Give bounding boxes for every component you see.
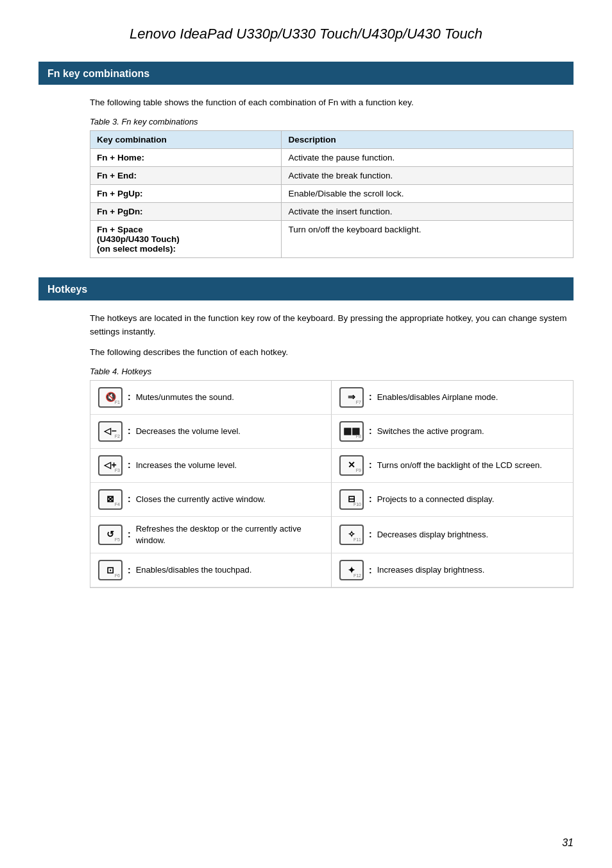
fn-key-cell: Fn + Space(U430p/U430 Touch)(on select m…: [90, 221, 282, 258]
fn-desc-cell: Turn on/off the keyboard backlight.: [282, 221, 574, 258]
key-icon-f11: ✧F11: [339, 525, 364, 545]
hotkeys-section-content: The hotkeys are located in the function …: [90, 312, 574, 588]
hotkey-desc-right-1: Enables/disables Airplane mode.: [377, 392, 565, 403]
hotkeys-intro2: The following describes the function of …: [90, 346, 574, 359]
key-icon-f7: ⇒F7: [339, 387, 364, 408]
doc-title: Lenovo IdeaPad U330p/U330 Touch/U430p/U4…: [38, 26, 574, 42]
fn-section-content: The following table shows the function o…: [90, 96, 574, 258]
fn-combinations-table: Key combination Description Fn + Home:Ac…: [90, 130, 574, 258]
page: Lenovo IdeaPad U330p/U330 Touch/U430p/U4…: [0, 0, 612, 868]
key-icon-f6: ⊡F6: [98, 560, 123, 580]
key-icon-f4: ⊠F4: [98, 489, 123, 510]
key-icon-f8: ▦▦F8: [339, 421, 364, 442]
hotkeys-section-header: Hotkeys: [38, 279, 574, 300]
fn-key-cell: Fn + End:: [90, 167, 282, 185]
hotkey-desc-left-6: Enables/disables the touchpad.: [136, 564, 323, 576]
hotkey-cell-right-2: ▦▦F8:Switches the active program.: [332, 415, 573, 449]
hotkey-desc-right-5: Decreases display brightness.: [377, 529, 565, 541]
fn-key-cell: Fn + PgUp:: [90, 185, 282, 203]
hotkey-desc-right-6: Increases display brightness.: [377, 564, 565, 576]
hotkey-desc-right-3: Turns on/off the backlight of the LCD sc…: [377, 460, 565, 471]
key-icon-f10: ⊟F10: [339, 489, 364, 510]
hotkey-cell-right-3: ✕F9:Turns on/off the backlight of the LC…: [332, 449, 573, 483]
fn-col-desc: Description: [282, 131, 574, 149]
hotkey-desc-left-1: Mutes/unmutes the sound.: [136, 392, 323, 403]
hotkeys-grid: 🔇F1:Mutes/unmutes the sound.⇒F7:Enables/…: [90, 380, 574, 588]
fn-desc-cell: Activate the break function.: [282, 167, 574, 185]
hotkey-desc-left-4: Closes the currently active window.: [136, 494, 323, 505]
hotkey-cell-left-5: ↺F5:Refreshes the desktop or the current…: [90, 517, 332, 553]
fn-section-header: Fn key combinations: [38, 63, 574, 85]
page-number: 31: [562, 837, 574, 849]
fn-desc-cell: Activate the insert function.: [282, 203, 574, 221]
hotkey-desc-left-2: Decreases the volume level.: [136, 426, 323, 437]
hotkey-cell-left-1: 🔇F1:Mutes/unmutes the sound.: [90, 381, 332, 415]
fn-col-key: Key combination: [90, 131, 282, 149]
hotkey-desc-right-2: Switches the active program.: [377, 426, 565, 437]
hotkeys-intro1: The hotkeys are located in the function …: [90, 312, 574, 338]
hotkey-desc-left-5: Refreshes the desktop or the currently a…: [136, 523, 323, 546]
hotkey-cell-right-5: ✧F11:Decreases display brightness.: [332, 517, 573, 553]
fn-desc-cell: Enable/Disable the scroll lock.: [282, 185, 574, 203]
hotkey-cell-right-1: ⇒F7:Enables/disables Airplane mode.: [332, 381, 573, 415]
hotkeys-table-caption: Table 4. Hotkeys: [90, 367, 574, 376]
fn-key-cell: Fn + PgDn:: [90, 203, 282, 221]
hotkey-cell-right-6: ✦F12:Increases display brightness.: [332, 553, 573, 587]
hotkey-cell-left-6: ⊡F6:Enables/disables the touchpad.: [90, 553, 332, 587]
key-icon-f5: ↺F5: [98, 525, 123, 545]
hotkey-cell-left-3: ◁+F3:Increases the volume level.: [90, 449, 332, 483]
fn-desc-cell: Activate the pause function.: [282, 149, 574, 167]
key-icon-f9: ✕F9: [339, 455, 364, 476]
hotkey-cell-left-2: ◁−F2:Decreases the volume level.: [90, 415, 332, 449]
key-icon-f1: 🔇F1: [98, 387, 123, 408]
fn-key-cell: Fn + Home:: [90, 149, 282, 167]
hotkey-cell-right-4: ⊟F10:Projects to a connected display.: [332, 483, 573, 517]
hotkey-desc-right-4: Projects to a connected display.: [377, 494, 565, 505]
fn-intro: The following table shows the function o…: [90, 96, 574, 109]
key-icon-f3: ◁+F3: [98, 455, 123, 476]
fn-table-caption: Table 3. Fn key combinations: [90, 117, 574, 126]
key-icon-f2: ◁−F2: [98, 421, 123, 442]
hotkey-desc-left-3: Increases the volume level.: [136, 460, 323, 471]
key-icon-f12: ✦F12: [339, 560, 364, 580]
hotkey-cell-left-4: ⊠F4:Closes the currently active window.: [90, 483, 332, 517]
